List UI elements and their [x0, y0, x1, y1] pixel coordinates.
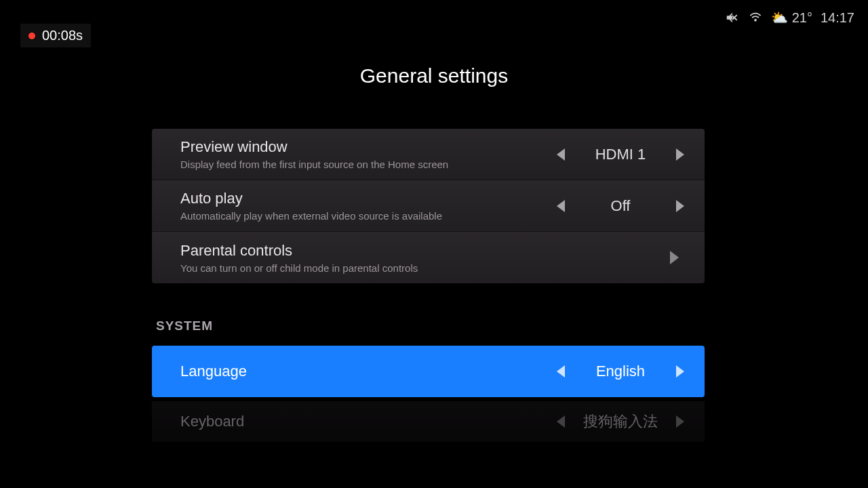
row-title: Language: [180, 363, 557, 380]
chevron-right-icon: [670, 251, 679, 264]
row-title: Parental controls: [180, 242, 670, 260]
row-preview-window[interactable]: Preview window Display feed from the fir…: [152, 129, 705, 180]
value-text: HDMI 1: [580, 146, 661, 163]
temperature: 21°: [792, 10, 812, 26]
cloud-icon: ⛅: [771, 9, 788, 26]
value-text: 搜狗输入法: [580, 411, 661, 432]
row-text: Preview window Display feed from the fir…: [180, 138, 557, 170]
page-title: General settings: [0, 64, 868, 87]
arrow-right-icon[interactable]: [676, 415, 684, 428]
row-subtitle: Display feed from the first input source…: [180, 159, 557, 170]
row-title: Keyboard: [180, 413, 557, 430]
weather-indicator: ⛅ 21°: [771, 9, 812, 26]
value-selector: Off: [557, 197, 684, 215]
arrow-right-icon[interactable]: [676, 365, 684, 378]
arrow-left-icon[interactable]: [557, 200, 565, 212]
row-auto-play[interactable]: Auto play Automatically play when extern…: [152, 180, 705, 232]
value-text: Off: [580, 197, 661, 215]
recording-time: 00:08s: [42, 28, 83, 43]
status-bar: ⛅ 21° 14:17: [725, 9, 854, 26]
row-subtitle: You can turn on or off child mode in par…: [180, 262, 670, 274]
row-language[interactable]: Language English: [152, 346, 705, 397]
row-text: Auto play Automatically play when extern…: [180, 190, 557, 222]
value-selector: 搜狗输入法: [557, 411, 684, 432]
row-parental-controls[interactable]: Parental controls You can turn on or off…: [152, 232, 705, 283]
value-text: English: [580, 363, 661, 380]
row-text: Keyboard: [180, 413, 557, 430]
record-dot-icon: [28, 33, 35, 39]
arrow-right-icon[interactable]: [676, 200, 684, 212]
nav-indicator: [670, 251, 684, 264]
row-title: Preview window: [180, 138, 557, 156]
wifi-icon: [748, 10, 763, 25]
row-subtitle: Automatically play when external video s…: [180, 210, 557, 222]
value-selector: HDMI 1: [557, 146, 684, 163]
settings-panel: Preview window Display feed from the fir…: [152, 129, 705, 442]
arrow-left-icon[interactable]: [557, 415, 565, 428]
arrow-right-icon[interactable]: [676, 148, 684, 161]
arrow-left-icon[interactable]: [557, 365, 565, 378]
row-title: Auto play: [180, 190, 557, 207]
value-selector: English: [557, 363, 684, 380]
mute-icon: [725, 10, 740, 25]
recording-indicator: 00:08s: [20, 24, 91, 47]
arrow-left-icon[interactable]: [557, 148, 565, 161]
row-text: Language: [180, 363, 557, 380]
section-header-system: SYSTEM: [152, 283, 705, 346]
row-text: Parental controls You can turn on or off…: [180, 242, 670, 274]
clock: 14:17: [821, 10, 854, 26]
row-keyboard[interactable]: Keyboard 搜狗输入法: [152, 401, 705, 442]
